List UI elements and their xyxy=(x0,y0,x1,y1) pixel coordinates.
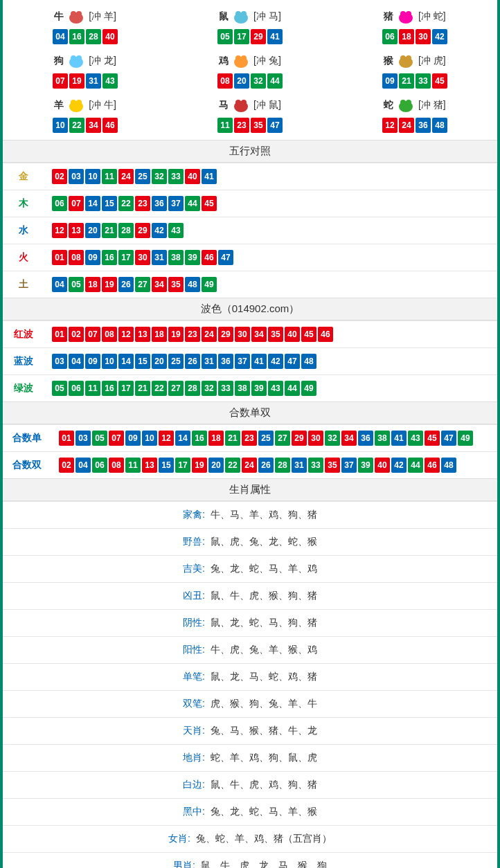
number-chip: 35 xyxy=(251,118,266,133)
number-chip: 26 xyxy=(258,458,274,473)
number-chip: 19 xyxy=(102,277,117,292)
row-numbers: 0204060811131517192022242628313335373940… xyxy=(51,452,497,479)
zodiac-name: 马 xyxy=(219,99,229,111)
number-chip: 22 xyxy=(152,381,167,396)
number-chip: 21 xyxy=(225,431,240,446)
number-chip: 11 xyxy=(125,458,141,473)
number-chip: 06 xyxy=(69,381,84,396)
number-chip: 04 xyxy=(75,458,91,473)
number-chip: 16 xyxy=(102,381,117,396)
number-chip: 28 xyxy=(118,223,134,238)
svg-point-26 xyxy=(406,100,411,105)
number-chip: 07 xyxy=(109,431,124,446)
number-chip: 34 xyxy=(251,327,267,342)
number-chip: 37 xyxy=(235,354,250,369)
number-chip: 41 xyxy=(251,354,267,369)
zodiac-cell: 狗[冲 龙]07193143 xyxy=(3,48,168,92)
svg-point-8 xyxy=(406,11,411,17)
number-chip: 32 xyxy=(202,381,217,396)
number-chip: 31 xyxy=(152,250,167,265)
attr-value: 鼠、龙、蛇、马、狗、猪 xyxy=(208,617,317,628)
svg-point-7 xyxy=(400,11,406,17)
number-chip: 13 xyxy=(135,327,150,342)
zodiac-name: 鸡 xyxy=(219,55,229,67)
zodiac-numbers: 11233547 xyxy=(168,118,332,133)
svg-point-14 xyxy=(241,55,247,61)
section-heshu-title: 合数单双 xyxy=(3,401,497,424)
attr-label: 凶丑: xyxy=(183,590,205,601)
number-chip: 11 xyxy=(85,381,100,396)
attr-value: 虎、猴、狗、兔、羊、牛 xyxy=(208,698,317,709)
attr-label: 野兽: xyxy=(183,536,205,547)
row-label: 金 xyxy=(3,163,44,190)
number-chip: 04 xyxy=(52,277,67,292)
number-chip: 38 xyxy=(375,431,390,446)
number-chip: 08 xyxy=(102,327,117,342)
zodiac-conflict: [冲 马] xyxy=(253,10,281,23)
section-shengxiao-title: 生肖属性 xyxy=(3,478,497,501)
row-numbers: 0103050709101214161821232527293032343638… xyxy=(51,425,497,452)
number-chip: 36 xyxy=(218,354,233,369)
row-label: 土 xyxy=(3,271,44,298)
zodiac-conflict: [冲 虎] xyxy=(418,55,446,67)
number-chip: 20 xyxy=(234,73,249,89)
number-chip: 42 xyxy=(391,458,407,473)
number-chip: 01 xyxy=(52,327,67,342)
zodiac-animal-icon xyxy=(65,53,87,69)
number-chip: 38 xyxy=(168,250,184,265)
number-chip: 16 xyxy=(69,29,84,44)
table-row: 土04051819262734354849 xyxy=(3,271,497,298)
number-chip: 13 xyxy=(69,223,84,238)
zodiac-numbers: 10223446 xyxy=(3,118,168,133)
zodiac-cell: 蛇[冲 猪]12243648 xyxy=(332,92,497,136)
number-chip: 19 xyxy=(69,73,84,89)
row-numbers: 05061116172122272832333839434449 xyxy=(44,375,497,402)
row-label: 合数单 xyxy=(3,425,51,452)
attr-label: 双笔: xyxy=(183,698,205,709)
attr-row: 家禽: 牛、马、羊、鸡、狗、猪 xyxy=(3,501,497,528)
number-chip: 15 xyxy=(102,196,117,211)
attr-row: 白边: 鼠、牛、虎、鸡、狗、猪 xyxy=(3,771,497,798)
number-chip: 07 xyxy=(85,327,100,342)
zodiac-name: 鼠 xyxy=(219,10,229,23)
svg-point-4 xyxy=(235,11,241,17)
number-chip: 20 xyxy=(208,458,224,473)
row-numbers: 0108091617303138394647 xyxy=(44,244,497,271)
number-chip: 33 xyxy=(416,73,431,89)
row-label: 蓝波 xyxy=(3,348,44,375)
number-chip: 23 xyxy=(185,327,200,342)
zodiac-name: 羊 xyxy=(54,99,64,111)
number-chip: 40 xyxy=(185,169,200,184)
attr-value: 兔、龙、蛇、马、羊、鸡 xyxy=(208,563,317,574)
number-chip: 39 xyxy=(251,381,267,396)
number-chip: 29 xyxy=(135,223,150,238)
number-chip: 45 xyxy=(202,196,217,211)
zodiac-animal-icon xyxy=(230,53,252,69)
zodiac-animal-icon xyxy=(395,53,417,69)
number-chip: 17 xyxy=(234,29,249,44)
number-chip: 40 xyxy=(375,458,390,473)
number-chip: 48 xyxy=(185,277,200,292)
number-chip: 04 xyxy=(53,29,68,44)
zodiac-cell: 牛[冲 羊]04162840 xyxy=(3,3,168,48)
number-chip: 45 xyxy=(301,327,316,342)
number-chip: 41 xyxy=(391,431,407,446)
number-chip: 44 xyxy=(408,458,423,473)
number-chip: 09 xyxy=(85,250,100,265)
row-numbers: 04051819262734354849 xyxy=(44,271,497,298)
number-chip: 29 xyxy=(251,29,266,44)
table-row: 合数双0204060811131517192022242628313335373… xyxy=(3,452,497,479)
number-chip: 21 xyxy=(135,381,150,396)
number-chip: 21 xyxy=(102,223,117,238)
attr-row: 女肖: 兔、蛇、羊、鸡、猪（五宫肖） xyxy=(3,825,497,852)
number-chip: 29 xyxy=(218,327,233,342)
svg-point-13 xyxy=(235,55,241,61)
number-chip: 18 xyxy=(399,29,414,44)
zodiac-name: 猪 xyxy=(384,10,393,23)
zodiac-animal-icon xyxy=(65,8,87,25)
number-chip: 47 xyxy=(218,250,233,265)
number-chip: 23 xyxy=(135,196,150,211)
attr-row: 天肖: 兔、马、猴、猪、牛、龙 xyxy=(3,717,497,744)
table-row: 绿波05061116172122272832333839434449 xyxy=(3,375,497,402)
attr-label: 天肖: xyxy=(183,725,205,736)
